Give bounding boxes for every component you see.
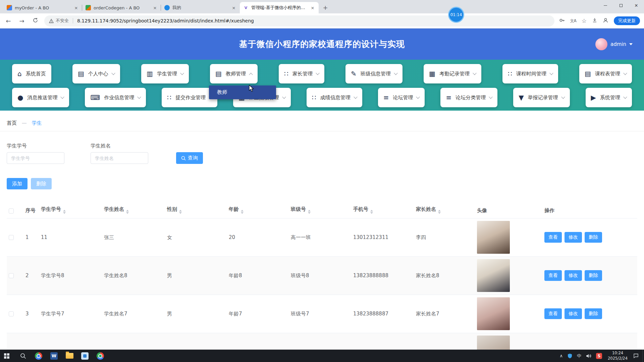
- col-class-no[interactable]: 班级号: [289, 203, 351, 218]
- address-bar[interactable]: 不安全 8.129.11.174:9052/springboot14ey2223…: [44, 15, 554, 26]
- nav-item-message-push-mgmt[interactable]: ● 消息推送管理: [12, 88, 69, 107]
- volume-icon[interactable]: [584, 350, 594, 362]
- browser-update-button[interactable]: 完成更新: [614, 16, 640, 25]
- breadcrumb-home[interactable]: 首页: [7, 120, 17, 126]
- taskbar-search-icon[interactable]: [15, 350, 31, 362]
- nav-item-attendance-mgmt[interactable]: ▦ 考勤记录管理: [424, 64, 481, 83]
- row-delete-button[interactable]: 删除: [585, 232, 602, 243]
- edit-button[interactable]: 修改: [565, 232, 582, 243]
- col-parent-name[interactable]: 家长姓名: [414, 203, 475, 218]
- sort-icon[interactable]: [126, 208, 129, 215]
- site-header: 基于微信小程序的家校通程序的设计与实现 admin: [0, 28, 644, 60]
- key-icon[interactable]: [559, 17, 565, 24]
- student-photo: [477, 297, 510, 330]
- delete-button[interactable]: 删除: [31, 178, 52, 189]
- search-button[interactable]: 查询: [176, 152, 203, 164]
- nav-item-parent-mgmt[interactable]: ∷ 家长管理: [279, 64, 324, 83]
- nav-item-report-record-mgmt[interactable]: ▼ 举报记录管理: [513, 88, 570, 107]
- defender-shield-icon[interactable]: [565, 350, 575, 362]
- col-gender[interactable]: 性别: [165, 203, 227, 218]
- col-student-no[interactable]: 学生学号: [39, 203, 102, 218]
- browser-tab-1[interactable]: myOrder - A BO ×: [3, 2, 82, 13]
- input-method-indicator[interactable]: 中: [575, 350, 584, 362]
- taskbar-app-icon[interactable]: [77, 350, 93, 362]
- student-name-input[interactable]: [91, 152, 148, 164]
- close-button[interactable]: ✕: [629, 0, 644, 11]
- nav-item-profile[interactable]: ▤ 个人中心: [72, 64, 120, 83]
- nav-item-class-info-mgmt[interactable]: ✎ 班级信息管理: [345, 64, 402, 83]
- tab-close-icon[interactable]: ×: [73, 5, 79, 10]
- sort-icon[interactable]: [438, 208, 441, 215]
- nav-item-timetable-mgmt[interactable]: ▤ 课程表管理: [579, 64, 632, 83]
- tab-favicon: V: [243, 5, 249, 10]
- taskbar-chrome-icon[interactable]: [31, 350, 46, 362]
- sort-icon[interactable]: [308, 208, 311, 215]
- browser-tab-3[interactable]: 我的 ×: [161, 2, 240, 13]
- nav-item-home[interactable]: ⌂ 系统首页: [12, 64, 51, 83]
- view-button[interactable]: 查看: [544, 270, 562, 281]
- col-phone[interactable]: 手机号: [351, 203, 414, 218]
- select-all-checkbox[interactable]: [9, 208, 14, 214]
- web-page: 基于微信小程序的家校通程序的设计与实现 admin ⌂ 系统首页 ▤ 个人中心: [0, 28, 644, 350]
- browser-tab-2[interactable]: orderCodegen - A BO ×: [82, 2, 161, 13]
- edit-button[interactable]: 修改: [565, 308, 582, 319]
- sort-icon[interactable]: [370, 208, 373, 215]
- maximize-button[interactable]: [613, 0, 629, 11]
- sort-icon[interactable]: [63, 208, 66, 215]
- col-index: 序号: [23, 203, 39, 218]
- col-age[interactable]: 年龄: [227, 203, 289, 218]
- taskbar-word-icon[interactable]: W: [46, 350, 62, 362]
- action-center-icon[interactable]: [631, 350, 641, 362]
- row-delete-button[interactable]: 删除: [585, 308, 602, 319]
- refresh-icon[interactable]: [31, 17, 40, 24]
- start-button[interactable]: [0, 350, 15, 362]
- col-student-name[interactable]: 学生姓名: [102, 203, 165, 218]
- nav-item-system-mgmt[interactable]: ▶ 系统管理: [586, 88, 632, 107]
- nav-item-teacher-mgmt[interactable]: ▤ 教师管理 教师: [210, 64, 258, 83]
- edit-button[interactable]: 修改: [565, 270, 582, 281]
- new-tab-button[interactable]: +: [321, 3, 330, 12]
- taskbar-explorer-icon[interactable]: [62, 350, 77, 362]
- row-delete-button[interactable]: 删除: [585, 270, 602, 281]
- show-desktop-button[interactable]: [642, 350, 644, 362]
- nav-item-student-mgmt[interactable]: ▥ 学生管理: [141, 64, 189, 83]
- profile-icon[interactable]: [603, 17, 608, 24]
- taskbar-clock[interactable]: 10:24 2025/2/24: [604, 351, 631, 361]
- submenu-item-teacher[interactable]: 教师: [217, 89, 227, 96]
- forward-icon[interactable]: →: [17, 17, 26, 24]
- tab-close-icon[interactable]: ×: [231, 5, 236, 10]
- nav-item-homework-info-mgmt[interactable]: ⌨ 作业信息管理: [85, 88, 146, 107]
- bookmark-star-icon[interactable]: ☆: [582, 17, 587, 24]
- search-button-label: 查询: [188, 155, 198, 161]
- view-button[interactable]: 查看: [544, 232, 562, 243]
- sort-icon[interactable]: [241, 208, 244, 215]
- back-icon[interactable]: ←: [4, 17, 13, 24]
- translate-icon[interactable]: 文A: [570, 18, 576, 24]
- student-no-input[interactable]: [7, 152, 64, 164]
- taskbar-browser2-icon[interactable]: [93, 350, 108, 362]
- user-menu[interactable]: admin: [595, 38, 633, 50]
- breadcrumb-current[interactable]: 学生: [32, 120, 42, 126]
- download-icon[interactable]: [592, 17, 597, 24]
- view-button[interactable]: 查看: [544, 308, 562, 319]
- security-chip[interactable]: 不安全: [49, 18, 69, 24]
- sort-icon[interactable]: [179, 208, 182, 215]
- nav-item-forum-category-mgmt[interactable]: ≡ 论坛分类管理: [440, 88, 497, 107]
- cell-class-no: 班级号8: [289, 256, 351, 295]
- nav-item-forum-mgmt[interactable]: ≡ 论坛管理: [378, 88, 425, 107]
- row-checkbox[interactable]: [9, 273, 14, 278]
- recording-timer-badge[interactable]: 01:14: [448, 7, 464, 23]
- browser-tab-active[interactable]: V 管理端-基于微信小程序的家校 ×: [240, 2, 319, 13]
- username: admin: [610, 41, 626, 47]
- row-checkbox[interactable]: [9, 311, 14, 316]
- tray-chevron-up-icon[interactable]: ∧: [557, 350, 566, 362]
- nav-item-course-time-mgmt[interactable]: ∷ 课程时间管理: [502, 64, 558, 83]
- add-button[interactable]: 添加: [7, 178, 28, 189]
- sogou-input-icon[interactable]: S: [594, 350, 604, 362]
- nav-item-grade-info-mgmt[interactable]: ∷ 成绩信息管理: [307, 88, 362, 107]
- minimize-button[interactable]: [598, 0, 613, 11]
- tab-close-icon[interactable]: ×: [152, 5, 158, 10]
- row-checkbox[interactable]: [9, 235, 14, 240]
- tab-close-icon[interactable]: ×: [310, 5, 315, 10]
- tab-favicon: [86, 5, 91, 10]
